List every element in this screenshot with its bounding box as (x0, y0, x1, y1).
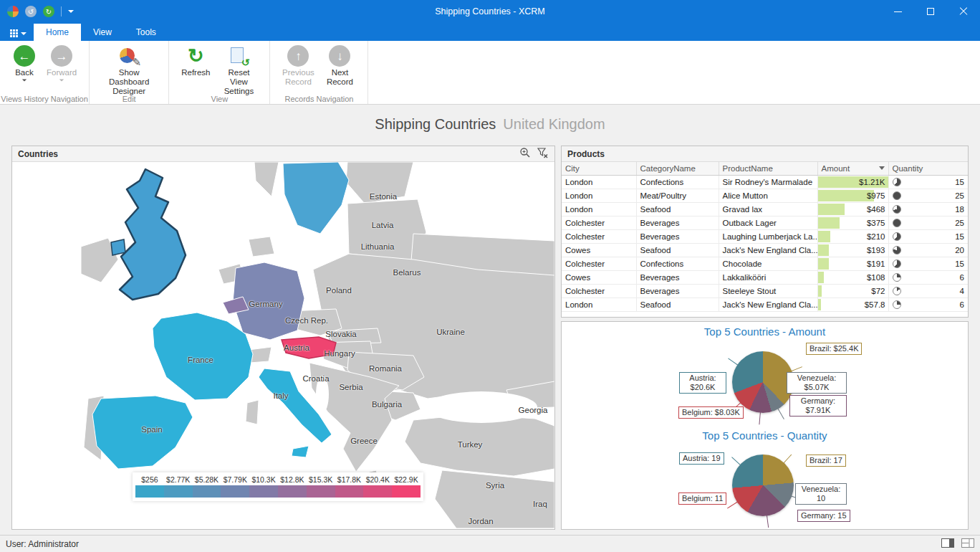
app-logo-icon[interactable] (7, 6, 19, 17)
tab-home[interactable]: Home (34, 24, 81, 41)
cell-city: Colchester (562, 284, 636, 298)
country-finland[interactable] (346, 162, 413, 204)
back-button[interactable]: ← Back (7, 43, 42, 84)
table-row[interactable]: LondonSeafoodGravad lax$46818 (562, 202, 968, 216)
cell-city: Cowes (562, 243, 636, 257)
maximize-button[interactable] (914, 0, 947, 23)
next-record-button[interactable]: ↓ Next Record (319, 43, 360, 89)
reset-view-settings-button[interactable]: ↺ Reset View Settings (215, 43, 262, 98)
cell-quantity: 25 (888, 189, 968, 202)
amount-data-bar (818, 299, 822, 310)
country-denmark[interactable] (249, 237, 274, 257)
cell-product: Lakkalikööri (719, 270, 817, 284)
region-northern-ireland[interactable] (111, 239, 125, 255)
amount-value: $210 (867, 232, 888, 241)
page-title: Shipping Countries (375, 116, 496, 132)
back-icon: ← (14, 45, 35, 67)
cell-category: Confections (636, 175, 719, 189)
forward-icon: → (51, 45, 72, 67)
cell-category: Seafood (636, 243, 719, 257)
table-row[interactable]: ColchesterConfectionsChocolade$19115 (562, 257, 968, 270)
countries-panel-title: Countries (18, 149, 58, 159)
country-turkey[interactable] (405, 414, 554, 476)
application-menu-button[interactable] (7, 29, 34, 41)
quantity-gauge-icon (893, 178, 901, 186)
column-header-amount[interactable]: Amount (817, 162, 888, 175)
close-button[interactable] (947, 0, 980, 23)
products-panel: Products City CategoryName ProductName A… (561, 146, 969, 318)
panel-layout-toggle-icon[interactable] (941, 538, 954, 550)
table-row[interactable]: ColchesterBeveragesOutback Lager$37525 (562, 216, 968, 229)
table-row[interactable]: ColchesterBeveragesLaughing Lumberjack L… (562, 229, 968, 243)
cell-category: Beverages (636, 270, 719, 284)
country-norway[interactable] (254, 162, 279, 196)
quantity-value: 4 (960, 287, 964, 295)
minimize-button[interactable] (881, 0, 914, 23)
group-label-edit: Edit (90, 95, 168, 103)
cell-quantity: 6 (888, 298, 968, 311)
legend-values: $256$2.77K$5.28K$7.79K$10.3K$12.8K$15.3K… (135, 475, 421, 484)
cell-category: Beverages (636, 284, 719, 298)
refresh-quick-icon[interactable]: ↻ (43, 6, 54, 17)
table-row[interactable]: CowesBeveragesLakkalikööri$1086 (562, 270, 968, 284)
column-header-productname[interactable]: ProductName (719, 162, 817, 175)
qat-separator (61, 6, 62, 16)
previous-record-icon: ↑ (287, 45, 309, 67)
quantity-value: 15 (955, 260, 964, 268)
table-row[interactable]: LondonMeat/PoultryAlice Mutton$97525 (562, 189, 968, 202)
amount-data-bar (818, 272, 825, 283)
island-sicily[interactable] (292, 446, 309, 457)
tab-view[interactable]: View (81, 24, 124, 41)
column-header-quantity[interactable]: Quantity (888, 162, 968, 175)
table-row[interactable]: LondonConfectionsSir Rodney's Marmalade$… (562, 175, 968, 189)
countries-panel-header: Countries (12, 146, 554, 162)
country-sweden[interactable] (283, 162, 349, 234)
next-record-label: Next Record (324, 68, 355, 87)
legend-value: $5.28K (193, 475, 221, 484)
history-icon[interactable]: ↺ (25, 6, 37, 17)
cell-amount: $57.8 (817, 298, 888, 311)
grid-layout-toggle-icon[interactable] (961, 538, 974, 550)
quantity-gauge-icon (893, 205, 901, 214)
pie-chart-quantity[interactable] (732, 455, 794, 516)
cell-city: Cowes (562, 270, 636, 284)
cell-product: Steeleye Stout (719, 284, 817, 298)
island-sardinia[interactable] (246, 400, 259, 424)
column-header-city[interactable]: City (562, 162, 636, 175)
quantity-gauge-icon (893, 232, 901, 241)
column-header-categoryname[interactable]: CategoryName (636, 162, 719, 175)
country-france[interactable] (153, 313, 253, 400)
cell-category: Confections (636, 257, 719, 270)
country-austria[interactable] (282, 337, 336, 358)
status-bar: User: Administrator (0, 535, 980, 552)
group-label-views-history: Views History Navigation (0, 95, 89, 103)
tab-tools[interactable]: Tools (124, 24, 168, 41)
country-spain[interactable] (92, 396, 193, 469)
app-window: { "window": { "title": "Shipping Countri… (0, 0, 980, 552)
ribbon-group-edit: ✎ Show Dashboard Designer Edit (90, 41, 169, 104)
cell-quantity: 15 (888, 257, 968, 270)
zoom-icon[interactable] (519, 147, 531, 161)
cell-city: Colchester (562, 257, 636, 270)
qat-customize-icon[interactable] (68, 10, 74, 13)
group-label-view: View (169, 95, 269, 103)
forward-button[interactable]: → Forward (42, 43, 82, 84)
table-row[interactable]: LondonSeafoodJack's New England Cla...$5… (562, 298, 968, 311)
legend-color-cell (135, 485, 164, 498)
clear-filter-icon[interactable] (537, 147, 549, 161)
region-middle-east[interactable] (435, 470, 554, 528)
dashboard-designer-icon: ✎ (118, 45, 140, 67)
amount-header-label: Amount (822, 164, 850, 173)
countries-panel: Countries (11, 146, 555, 530)
previous-record-button[interactable]: ↑ Previous Record (277, 43, 319, 89)
country-united-kingdom-selected[interactable] (120, 169, 186, 300)
table-row[interactable]: ColchesterBeveragesSteeleye Stout$724 (562, 284, 968, 298)
refresh-button[interactable]: ↻ Refresh (176, 43, 215, 80)
pie-chart-amount[interactable] (732, 351, 794, 413)
pencil-icon: ✎ (133, 57, 142, 67)
table-row[interactable]: CowesSeafoodJack's New England Cla...$19… (562, 243, 968, 257)
pie-label-germany: Germany: $7.91K (789, 395, 847, 417)
black-sea (426, 391, 537, 423)
show-dashboard-designer-button[interactable]: ✎ Show Dashboard Designer (97, 43, 161, 98)
pie-label-belgium: Belgium: $8.03K (678, 406, 744, 419)
